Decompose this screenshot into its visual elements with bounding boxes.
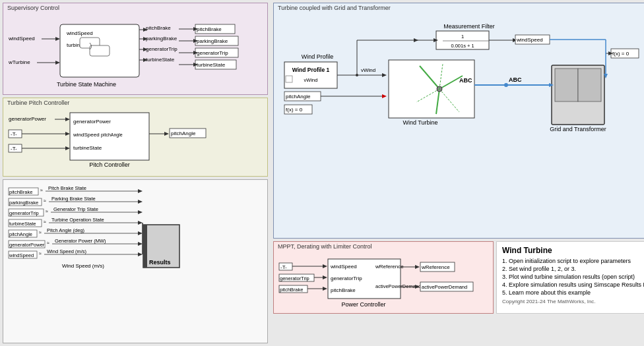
pitchangle-in-label: pitchAngle [286, 94, 311, 100]
arr4 [138, 221, 143, 225]
main-container: Supervisory Control windSpeed wTurbine w… [0, 0, 644, 346]
mppt-gt-arrow [323, 275, 327, 279]
supervisory-diagram: windSpeed wTurbine windSpeed turbineSpee… [7, 13, 270, 90]
mppt-pb-arrow [323, 287, 327, 291]
arr1 [138, 189, 143, 193]
wifi5: ≈ [39, 230, 42, 235]
abc-label-right: ABC [509, 76, 522, 83]
t1-arrow [65, 132, 70, 136]
wt-arrow [55, 61, 60, 65]
arr7 [138, 252, 143, 256]
t-label1: -T- [11, 131, 17, 137]
pb-pitchangle-in: pitchAngle [101, 132, 123, 138]
sm-generatortrip-out: generatorTrip [146, 46, 177, 52]
sm-parkingbrake-out: parkingBrake [146, 36, 177, 42]
results-label: Results [149, 259, 171, 266]
arr2 [138, 200, 143, 204]
pitch-label: Turbine Pitch Controller [7, 100, 69, 106]
pc-out-arrow [164, 132, 169, 136]
mppt-diagram: -T- generatorTrip pitchBrake windSpeed w… [278, 251, 489, 337]
desc-item-2[interactable]: 2. Set wind profile 1, 2, or 3. [502, 266, 644, 272]
wifi1: ≈ [40, 188, 43, 192]
vwind-arrow-label: vWind [361, 67, 375, 73]
pb-turbinestate-in: turbineState [73, 145, 102, 151]
pc-wr-out: wReference [375, 264, 404, 270]
wind-turbine-outer [389, 60, 474, 118]
desc-item-5[interactable]: 5. Learn more about this example [502, 289, 644, 296]
desc-item-3[interactable]: 3. Plot wind turbine simulation results … [502, 274, 644, 280]
wind-speed-bottom-label: Wind Speed (m/s) [62, 263, 104, 269]
wind-speed-input: windSpeed [8, 36, 35, 42]
wind-profile-title: Wind Profile 1 [292, 67, 330, 73]
pc-ws-in: windSpeed [330, 264, 357, 270]
turbine-panel-label: Turbine coupled with Grid and Transforme… [278, 5, 391, 11]
t2-arrow [65, 146, 70, 150]
apd-out-label: activePowerDemand [422, 284, 467, 290]
sm-turbinestate-out: turbineState [146, 57, 175, 63]
wifi4: ≈ [44, 219, 46, 224]
mppt-pb-label: pitchBrake [280, 287, 303, 293]
vwind-arrow [382, 73, 387, 77]
mppt-gt-label: generatorTrip [280, 275, 309, 281]
to-state-label: Turbine Operation State [51, 217, 104, 223]
sig-turbinestate-name: turbineState [9, 221, 36, 227]
wturbine-input: wTurbine [8, 59, 30, 65]
pc-wr-arrow [415, 265, 420, 269]
out-turbinestate: turbineState [197, 62, 226, 68]
results-bar [143, 225, 147, 268]
wifi7: ≈ [39, 251, 42, 256]
pc-gt-in: generatorTrip [331, 275, 362, 281]
arr5 [138, 231, 143, 235]
wifi2: ≈ [44, 198, 46, 203]
pb-genpwr: generatorPower [73, 119, 111, 125]
genpwr-in: generatorPower [9, 116, 46, 122]
description-panel: Wind Turbine 1. Open initialization scri… [496, 241, 644, 314]
sm-pitchbrake-out: pitchBrake [146, 25, 171, 31]
pitch-diagram: generatorPower -T- -T- generatorPower wi… [7, 107, 270, 173]
turbine-diagram: Measurement Filter 1 0.001s + 1 windSpee… [278, 19, 639, 164]
pa-label: Pitch Angle (deg) [47, 227, 85, 233]
abc-label-inner: ABC [459, 77, 472, 84]
sig-pitchbrake-name: pitchBrake [9, 189, 32, 195]
gp-arrow [65, 117, 70, 121]
sm-windspeed: windSpeed [66, 30, 93, 36]
pkb-state-label: Parking Brake State [51, 196, 96, 202]
wifi3: ≈ [46, 209, 48, 214]
right-column: Turbine coupled with Grid and Transforme… [271, 0, 644, 346]
mppt-t-arrow [323, 264, 327, 268]
signals-diagram: pitchBrake ≈ Pitch Brake State parkingBr… [7, 185, 270, 274]
power-ctrl-sublabel: Power Controller [341, 301, 385, 308]
mppt-t-label: -T- [280, 264, 287, 270]
wind-profile-block [284, 62, 337, 88]
supervisory-label: Supervisory Control [7, 5, 59, 11]
filter-num: 1 [461, 34, 464, 40]
supervisory-control-panel: Supervisory Control windSpeed wTurbine w… [3, 3, 268, 95]
pb-windspeed-in: windSpeed [73, 132, 100, 138]
pitch-out-label: pitchAngle [171, 130, 196, 136]
fx-zero-label2: f(x) = 0 [612, 51, 629, 57]
desc-title: Wind Turbine [502, 246, 644, 255]
vwind-up-arrow [414, 38, 418, 42]
desc-item-1[interactable]: 1. Open initialization script to explore… [502, 258, 644, 264]
pb-state-label: Pitch Brake State [48, 185, 86, 191]
gp-label: Generator Power (MW) [55, 238, 106, 244]
out-parkingbrake: parkingBrake [197, 38, 228, 44]
turbine-panel: Turbine coupled with Grid and Transforme… [273, 3, 644, 239]
pitch-controller-panel: Turbine Pitch Controller generatorPower … [3, 98, 268, 177]
wind-turbine-label: Wind Turbine [402, 119, 437, 126]
out-generatortrip: generatorTrip [197, 50, 228, 56]
bottom-row: MPPT, Derating with Limiter Control -T- … [273, 241, 644, 343]
gt-inner1 [555, 69, 578, 101]
ws-label: Wind Speed (m/s) [47, 248, 87, 254]
vwind-sub-label: vWind [304, 77, 318, 83]
arr6 [138, 242, 143, 246]
mppt-panel: MPPT, Derating with Limiter Control -T- … [273, 241, 494, 314]
pc-pb-in: pitchBrake [331, 287, 356, 293]
gt-state-label: Generator Trip State [53, 206, 98, 212]
inner-block2 [90, 45, 110, 56]
ws-arrow [55, 37, 60, 41]
pa-arrow [382, 94, 387, 98]
sig-generatortrip-name: generatorTrip [9, 210, 39, 216]
desc-item-4[interactable]: 4. Explore simulation results using Sims… [502, 281, 644, 288]
mppt-label: MPPT, Derating with Limiter Control [278, 243, 372, 250]
